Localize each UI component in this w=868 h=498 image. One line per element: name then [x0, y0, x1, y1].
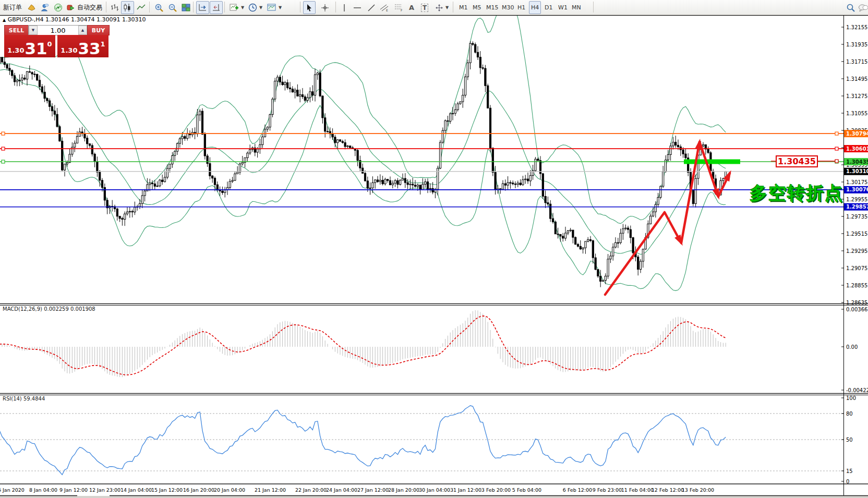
- zoom-in-icon: [154, 3, 164, 13]
- cursor-tool-button[interactable]: [303, 1, 316, 14]
- tile-windows-icon: [182, 3, 190, 12]
- signals-button[interactable]: [52, 1, 65, 14]
- chart-shift-button[interactable]: [210, 1, 223, 14]
- new-chart-button[interactable]: ▼: [227, 1, 246, 14]
- equidistant-channel-icon: E: [380, 3, 389, 12]
- svg-text:1.31715: 1.31715: [846, 59, 867, 65]
- bottom-tab-strip[interactable]: [0, 496, 868, 498]
- timeframe-h1-button[interactable]: H1: [515, 1, 527, 14]
- svg-text:1.31275: 1.31275: [846, 93, 867, 99]
- timeframe-m1-button[interactable]: M1: [457, 1, 470, 14]
- fibonacci-tool-button[interactable]: F: [392, 1, 406, 14]
- toolbar-separator: [193, 2, 194, 13]
- sell-price-panel[interactable]: 1.30 31 0: [4, 35, 55, 57]
- toolbar-separator: [593, 2, 594, 13]
- mt4-window: { "toolbar": { "new_order_label": "新订单",…: [0, 0, 868, 498]
- svg-text:13 Feb 20:00: 13 Feb 20:00: [682, 487, 714, 493]
- chart-canvas[interactable]: 1.321551.319351.317151.314951.312751.310…: [0, 0, 868, 498]
- chart-shift-icon: [212, 3, 221, 12]
- svg-text:22 Jan 20:00: 22 Jan 20:00: [295, 487, 327, 493]
- svg-text:1.28635: 1.28635: [846, 300, 867, 306]
- buy-price-big: 33: [78, 41, 100, 56]
- sell-price-big: 31: [25, 41, 47, 56]
- svg-text:24 Jan 04:00: 24 Jan 04:00: [326, 487, 357, 493]
- timeframe-w1-button[interactable]: W1: [556, 1, 570, 14]
- metaeditor-icon: [27, 3, 36, 12]
- chat-button[interactable]: [856, 1, 868, 14]
- metaeditor-button[interactable]: [25, 1, 38, 14]
- time-axis[interactable]: 6 Jan 20208 Jan 04:009 Jan 12:0012 Jan 2…: [0, 487, 714, 493]
- templates-button[interactable]: ▼: [265, 1, 284, 14]
- svg-text:27 Jan 12:00: 27 Jan 12:00: [357, 487, 389, 493]
- timeframe-m30-button[interactable]: M30: [500, 1, 516, 14]
- channel-tool-button[interactable]: E: [378, 1, 391, 14]
- zoom-out-button[interactable]: [166, 1, 179, 14]
- text-tool-button[interactable]: A: [407, 1, 416, 14]
- label-tool-button[interactable]: T: [419, 1, 430, 14]
- tile-windows-button[interactable]: [179, 1, 192, 14]
- buy-price-panel[interactable]: 1.30 33 1: [57, 35, 108, 57]
- profiles-button[interactable]: ▼: [246, 1, 264, 14]
- svg-text:1.31495: 1.31495: [846, 76, 867, 82]
- svg-text:0.00: 0.00: [846, 344, 858, 350]
- sell-price-sup: 0: [47, 40, 52, 48]
- community-button[interactable]: [38, 1, 51, 14]
- svg-text:1.31935: 1.31935: [846, 42, 867, 47]
- svg-text:14 Jan 04:00: 14 Jan 04:00: [120, 487, 152, 493]
- svg-text:1.30175: 1.30175: [846, 179, 867, 185]
- hline-tool-button[interactable]: [351, 1, 364, 14]
- label-tool-icon: T: [421, 4, 428, 12]
- svg-text:3 Feb 20:00: 3 Feb 20:00: [481, 487, 511, 493]
- price-callout-box[interactable]: 1.30435: [776, 155, 818, 167]
- svg-text:1.29735: 1.29735: [846, 214, 867, 220]
- trendline-tool-button[interactable]: [365, 1, 378, 14]
- search-icon: [846, 3, 855, 13]
- buy-button[interactable]: BUY: [87, 25, 110, 35]
- rsi-indicator-label: RSI(14) 59.4844: [3, 396, 45, 402]
- svg-text:9 Feb 23:00: 9 Feb 23:00: [593, 487, 622, 493]
- svg-text:F: F: [401, 8, 403, 12]
- zoom-in-button[interactable]: [152, 1, 166, 14]
- timeframe-d1-button[interactable]: D1: [542, 1, 554, 14]
- volume-increase-button[interactable]: ▲: [78, 26, 87, 35]
- collapse-triangle-icon[interactable]: ▲: [3, 18, 6, 22]
- arrows-tool-button[interactable]: ▼: [433, 1, 451, 14]
- timeframe-h4-button[interactable]: H4: [529, 1, 541, 14]
- volume-input[interactable]: [38, 26, 78, 35]
- timeframe-m15-button[interactable]: M15: [484, 1, 501, 14]
- svg-text:-0.00422: -0.00422: [846, 387, 868, 393]
- chevron-down-icon: ▼: [445, 5, 449, 10]
- svg-text:8 Jan 04:00: 8 Jan 04:00: [29, 487, 57, 493]
- svg-text:1.31055: 1.31055: [846, 111, 867, 116]
- svg-text:1.30435: 1.30435: [846, 159, 868, 165]
- candlestick-chart-button[interactable]: [121, 1, 134, 14]
- svg-text:9 Jan 12:00: 9 Jan 12:00: [59, 487, 88, 493]
- volume-decrease-button[interactable]: ▼: [29, 26, 38, 35]
- auto-scroll-button[interactable]: [196, 1, 209, 14]
- horizontal-line-icon: [353, 4, 362, 12]
- arrows-icon: [435, 4, 443, 12]
- highlight-zone[interactable]: [684, 160, 740, 164]
- chevron-down-icon: ▼: [279, 5, 282, 10]
- svg-text:1.30794: 1.30794: [846, 131, 868, 137]
- svg-text:5 Feb 04:00: 5 Feb 04:00: [512, 487, 541, 493]
- new-order-button[interactable]: 新订单: [1, 1, 24, 14]
- auto-trading-button[interactable]: 自动交易: [65, 1, 104, 14]
- svg-text:1.29075: 1.29075: [846, 265, 867, 271]
- svg-text:1.32155: 1.32155: [846, 25, 867, 30]
- timeframe-m5-button[interactable]: M5: [471, 1, 484, 14]
- clock-icon: [248, 3, 257, 12]
- timeframe-mn-button[interactable]: MN: [570, 1, 583, 14]
- crosshair-icon: [321, 4, 329, 12]
- svg-text:16 Jan 20:00: 16 Jan 20:00: [183, 487, 214, 493]
- bar-chart-button[interactable]: [108, 1, 122, 14]
- sell-button[interactable]: SELL: [4, 25, 29, 35]
- svg-text:28 Jan 20:00: 28 Jan 20:00: [388, 487, 419, 493]
- text-tool-icon: A: [409, 4, 414, 11]
- symbol-period: GBPUSD-,H4: [8, 16, 44, 23]
- turning-point-annotation: 多空转折点: [750, 181, 843, 205]
- crosshair-tool-button[interactable]: [319, 1, 331, 14]
- toolbar-separator: [149, 2, 150, 13]
- line-chart-button[interactable]: [135, 1, 148, 14]
- vline-tool-button[interactable]: [339, 1, 350, 14]
